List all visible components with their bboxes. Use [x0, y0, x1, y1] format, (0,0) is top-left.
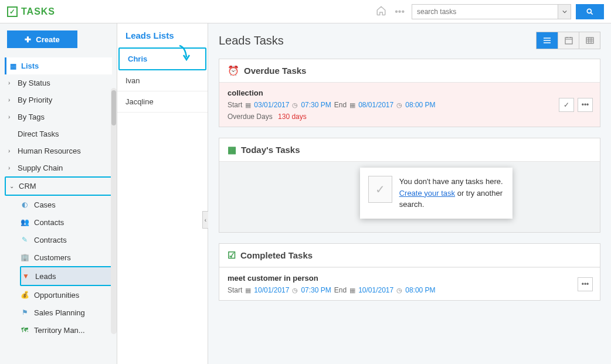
plus-icon: ✚: [25, 35, 31, 44]
scrollbar-thumb[interactable]: [111, 90, 116, 125]
nav-supply-chain[interactable]: › Supply Chain: [5, 159, 112, 176]
nav-leads[interactable]: ▼ Leads: [20, 266, 112, 286]
nav-opportunities[interactable]: 💰 Opportunities: [20, 286, 112, 304]
nav-sales-planning[interactable]: ⚑ Sales Planning: [20, 304, 112, 321]
sidebar-scrollbar[interactable]: [111, 88, 117, 334]
today-header: ▦ Today's Tasks: [219, 138, 600, 162]
completed-header: ☑ Completed Tasks: [219, 244, 600, 267]
clock-icon: ◷: [292, 101, 298, 109]
create-task-link[interactable]: Create your task: [399, 189, 455, 198]
home-icon[interactable]: [376, 5, 386, 18]
nav-crm[interactable]: ⌄ CRM: [5, 176, 112, 196]
svg-rect-1: [565, 38, 572, 44]
more-actions-button[interactable]: •••: [578, 98, 593, 112]
leads-icon: ▼: [21, 271, 30, 281]
nav-human-resources[interactable]: › Human Resources: [5, 142, 112, 159]
row-actions: ✓ •••: [559, 98, 593, 112]
complete-task-button[interactable]: ✓: [559, 98, 574, 112]
view-switcher: [536, 32, 600, 49]
svg-rect-2: [586, 38, 593, 43]
overdue-section: ⏰ Overdue Tasks collection Start ▦ 03/01…: [219, 59, 600, 127]
contracts-icon: ✎: [20, 235, 29, 244]
calendar-icon: ▦: [245, 287, 251, 294]
view-list-button[interactable]: [537, 32, 558, 49]
main-content: Leads Tasks ⏰ Overdue Tasks coll: [208, 23, 611, 364]
main-header: Leads Tasks: [219, 32, 600, 49]
chevron-down-icon: ⌄: [9, 183, 14, 189]
alarm-icon: ⏰: [228, 65, 239, 76]
clock-icon: ◷: [396, 101, 402, 109]
territory-icon: 🗺: [20, 325, 29, 335]
collapse-handle[interactable]: ‹: [202, 211, 208, 229]
check-list-icon: ☑: [228, 250, 236, 261]
nav-territory[interactable]: 🗺 Territory Man...: [20, 321, 112, 339]
task-row[interactable]: collection Start ▦ 03/01/2017 ◷ 07:30 PM…: [219, 83, 600, 127]
search-wrap: [412, 4, 604, 19]
completed-section: ☑ Completed Tasks meet customer in perso…: [219, 243, 600, 301]
app-name: TASKS: [21, 6, 55, 17]
overdue-body: collection Start ▦ 03/01/2017 ◷ 07:30 PM…: [219, 83, 600, 127]
completed-title: Completed Tasks: [240, 250, 313, 260]
nav-by-status[interactable]: › By Status: [5, 74, 112, 91]
chevron-right-icon: ›: [8, 97, 13, 103]
leads-item-ivan[interactable]: Ivan: [117, 70, 208, 91]
leads-item-jacqline[interactable]: Jacqline: [117, 91, 208, 113]
calendar-icon: ▦: [349, 101, 355, 109]
nav-cases[interactable]: ◐ Cases: [20, 196, 112, 213]
opportunities-icon: 💰: [20, 290, 29, 300]
contacts-icon: 👥: [20, 217, 29, 227]
today-section: ▦ Today's Tasks ✓ You don't have any tas…: [219, 138, 600, 233]
leads-panel: Leads Lists Chris Ivan Jacqline ‹: [117, 23, 208, 364]
empty-state-card: ✓ You don't have any tasks here. Create …: [360, 168, 512, 219]
today-body: ✓ You don't have any tasks here. Create …: [219, 162, 600, 232]
customers-icon: 🏢: [20, 253, 29, 262]
nav-contracts[interactable]: ✎ Contracts: [20, 231, 112, 249]
task-title: collection: [228, 89, 592, 97]
check-icon: ✓: [7, 6, 18, 17]
chevron-right-icon: ›: [8, 80, 13, 86]
crm-submenu: ◐ Cases 👥 Contacts ✎ Contracts 🏢 Custome…: [5, 196, 112, 339]
calendar-icon: ▦: [245, 101, 251, 109]
today-title: Today's Tasks: [241, 145, 300, 155]
empty-text: You don't have any tasks here. Create yo…: [399, 176, 504, 210]
top-icons: •••: [376, 5, 405, 18]
chevron-right-icon: ›: [8, 114, 13, 120]
nav-lists[interactable]: ▦ Lists: [5, 57, 112, 74]
more-icon[interactable]: •••: [395, 6, 405, 17]
row-actions: •••: [578, 277, 593, 291]
task-title: meet customer in person: [228, 274, 592, 283]
view-calendar-button[interactable]: [558, 32, 579, 49]
overdue-days: Overdue Days 130 days: [228, 113, 592, 121]
nav-contacts[interactable]: 👥 Contacts: [20, 213, 112, 231]
app-logo: ✓ TASKS: [7, 6, 55, 17]
clock-icon: ◷: [396, 287, 402, 294]
lists-label: Lists: [21, 62, 39, 70]
task-meta: Start ▦ 10/01/2017 ◷ 07:30 PM End ▦ 10/0…: [228, 286, 592, 294]
calendar-icon: ▦: [349, 287, 355, 294]
sidebar: ✚ Create ▦ Lists › By Status › By Priori…: [0, 23, 117, 364]
view-grid-button[interactable]: [579, 32, 600, 49]
leads-item-chris[interactable]: Chris: [118, 47, 206, 70]
cases-icon: ◐: [20, 200, 29, 209]
empty-calendar-icon: ✓: [368, 176, 392, 203]
page-title: Leads Tasks: [219, 34, 284, 47]
clock-icon: ◷: [292, 287, 298, 294]
nav-direct-tasks[interactable]: Direct Tasks: [5, 125, 112, 142]
nav-customers[interactable]: 🏢 Customers: [20, 249, 112, 266]
top-bar: ✓ TASKS •••: [0, 0, 611, 23]
nav-by-tags[interactable]: › By Tags: [5, 108, 112, 125]
task-row[interactable]: meet customer in person Start ▦ 10/01/20…: [219, 267, 600, 300]
grid-icon: ▦: [10, 62, 16, 70]
search-input[interactable]: [412, 4, 558, 19]
nav-by-priority[interactable]: › By Priority: [5, 91, 112, 108]
svg-point-0: [587, 9, 591, 13]
chevron-right-icon: ›: [8, 148, 13, 154]
leads-lists-title: Leads Lists: [117, 30, 208, 47]
search-dropdown[interactable]: [558, 4, 571, 19]
sales-planning-icon: ⚑: [20, 308, 29, 317]
search-button[interactable]: [576, 4, 604, 19]
create-button[interactable]: ✚ Create: [7, 30, 77, 48]
create-label: Create: [36, 35, 59, 44]
more-actions-button[interactable]: •••: [578, 277, 593, 291]
overdue-title: Overdue Tasks: [244, 66, 306, 76]
